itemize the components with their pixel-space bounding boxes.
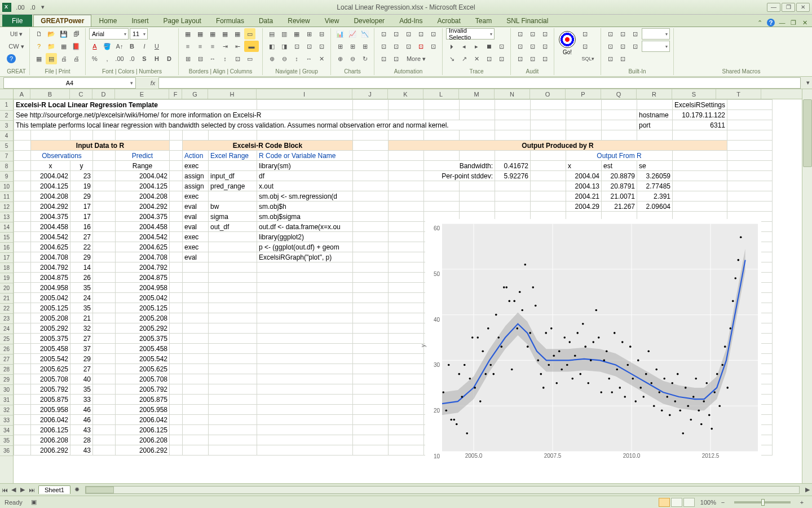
c4-icon[interactable]: ↕	[219, 53, 231, 64]
fx-icon[interactable]: fx	[147, 80, 158, 86]
bi5-icon[interactable]: ⊡	[617, 41, 628, 52]
a5-icon[interactable]: ⊡	[427, 28, 439, 40]
row-header-21[interactable]: 21	[0, 294, 13, 304]
row-header-17[interactable]: 17	[0, 253, 13, 263]
cw-dropdown[interactable]: CW ▾	[7, 41, 26, 52]
n10-icon[interactable]: ⊡	[316, 41, 327, 52]
disk-icon[interactable]: ▦	[58, 41, 69, 52]
bi-combo2[interactable]	[642, 41, 670, 52]
g5-icon[interactable]: ✕	[316, 53, 327, 64]
ch1-icon[interactable]: 📊	[334, 28, 346, 40]
ch8-icon[interactable]: ⊖	[347, 53, 358, 64]
bi-combo1[interactable]	[642, 28, 670, 40]
ch3-icon[interactable]: 📉	[359, 28, 370, 40]
zoom-slider[interactable]	[734, 501, 791, 503]
au1-icon[interactable]: ⊡	[514, 28, 526, 40]
bold-button[interactable]: B	[126, 41, 138, 52]
row-header-32[interactable]: 32	[0, 405, 13, 415]
help-btn[interactable]: ?	[7, 54, 16, 63]
help-icon[interactable]: ?	[767, 19, 775, 27]
embedded-chart[interactable]: 102030405060 y 2005.02007.52010.02012.5	[425, 219, 761, 466]
row-header-8[interactable]: 8	[0, 161, 13, 172]
zoom-in-button[interactable]: +	[796, 497, 807, 508]
bi1-icon[interactable]: ⊡	[604, 28, 616, 40]
tab-view[interactable]: View	[317, 15, 347, 27]
preview-icon[interactable]: ▤	[46, 53, 57, 64]
t9-icon[interactable]: ⊡	[483, 53, 495, 64]
sql-dropdown[interactable]: SQL▾	[579, 53, 597, 64]
formula-bar[interactable]	[158, 77, 801, 89]
saveall-icon[interactable]: 🗐	[70, 28, 82, 40]
row-header-4[interactable]: 4	[0, 131, 13, 141]
h-button[interactable]: H	[151, 53, 162, 64]
d-button[interactable]: D	[164, 53, 175, 64]
b4-icon[interactable]: ▦	[219, 28, 231, 40]
qat-dropdown[interactable]: ▾	[39, 2, 46, 13]
italic-button[interactable]: I	[139, 41, 150, 52]
t6-icon[interactable]: ↘	[446, 53, 457, 64]
row-header-35[interactable]: 35	[0, 436, 13, 446]
a1-icon[interactable]: ⊡	[378, 28, 389, 40]
col-header-L[interactable]: L	[423, 89, 459, 99]
s-button[interactable]: S	[139, 53, 150, 64]
t3-icon[interactable]: ▸	[471, 41, 482, 52]
row-header-3[interactable]: 3	[0, 121, 13, 131]
row-header-16[interactable]: 16	[0, 243, 13, 253]
utl-dropdown[interactable]: Utl ▾	[7, 28, 26, 40]
hscroll-thumb[interactable]	[86, 487, 114, 493]
row-header-33[interactable]: 33	[0, 415, 13, 426]
au6-icon[interactable]: ⊡	[539, 41, 550, 52]
col-header-A[interactable]: A	[14, 89, 30, 99]
col-header-I[interactable]: I	[257, 89, 352, 99]
t2-icon[interactable]: ◂	[458, 41, 470, 52]
c1-icon[interactable]: ⊞	[182, 53, 193, 64]
n4-icon[interactable]: ⊞	[303, 28, 315, 40]
g1-icon[interactable]: ⊕	[266, 53, 277, 64]
ch9-icon[interactable]: ↻	[359, 53, 370, 64]
tab-review[interactable]: Review	[280, 15, 317, 27]
row-header-14[interactable]: 14	[0, 222, 13, 233]
page-break-button[interactable]	[683, 498, 695, 507]
au5-icon[interactable]: ⊡	[527, 41, 538, 52]
a12-icon[interactable]: ⊡	[390, 53, 401, 64]
next-sheet-icon[interactable]: ▶	[18, 485, 27, 494]
tab-insert[interactable]: Insert	[124, 15, 156, 27]
print-area-icon[interactable]: ▦	[33, 53, 45, 64]
g3-icon[interactable]: ↕	[291, 53, 302, 64]
t7-icon[interactable]: ↗	[458, 53, 470, 64]
al3-icon[interactable]: ≡	[207, 41, 218, 52]
col-header-Q[interactable]: Q	[601, 89, 637, 99]
b5-icon[interactable]: ▦	[232, 28, 243, 40]
t8-icon[interactable]: ✕	[471, 53, 482, 64]
book-icon[interactable]: 📕	[70, 41, 82, 52]
horizontal-scrollbar[interactable]	[85, 486, 800, 494]
save-icon[interactable]: 💾	[58, 28, 69, 40]
workbook-minimize-icon[interactable]: —	[778, 19, 786, 27]
au7-icon[interactable]: ⊡	[514, 53, 526, 64]
row-header-26[interactable]: 26	[0, 344, 13, 354]
col-header-E[interactable]: E	[115, 89, 169, 99]
t4-icon[interactable]: ⏹	[483, 41, 495, 52]
tab-data[interactable]: Data	[251, 15, 280, 27]
minimize-button[interactable]: —	[767, 3, 780, 12]
sheet-tab-sheet1[interactable]: Sheet1	[38, 485, 70, 494]
close-button[interactable]: ✕	[796, 3, 810, 12]
col-header-H[interactable]: H	[208, 89, 257, 99]
workbook-restore-icon[interactable]: ❐	[789, 19, 797, 27]
b3-icon[interactable]: ▦	[207, 28, 218, 40]
row-header-31[interactable]: 31	[0, 395, 13, 405]
row-header-11[interactable]: 11	[0, 192, 13, 202]
a8-icon[interactable]: ⊡	[403, 41, 414, 52]
b2-icon[interactable]: ▦	[195, 28, 206, 40]
g2-icon[interactable]: ⊖	[279, 53, 290, 64]
bi8-icon[interactable]: ⊡	[617, 53, 628, 64]
row-header-28[interactable]: 28	[0, 365, 13, 375]
qat-btn-1[interactable]: .00	[15, 2, 26, 13]
b1-icon[interactable]: ▦	[182, 28, 193, 40]
increase-font-icon[interactable]: A↑	[114, 41, 125, 52]
row-header-18[interactable]: 18	[0, 263, 13, 273]
macro-record-icon[interactable]: ▣	[28, 497, 39, 508]
ch6-icon[interactable]: ⊞	[359, 41, 370, 52]
font-size-combo[interactable]: 11	[130, 28, 148, 40]
font-name-combo[interactable]: Arial	[89, 28, 129, 40]
